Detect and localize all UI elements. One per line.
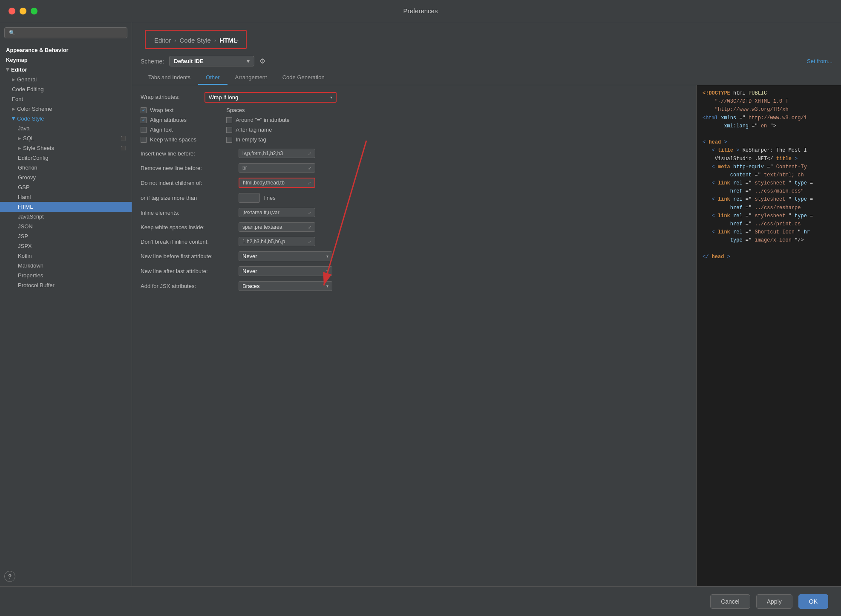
- sidebar-item-color-scheme[interactable]: ▶ Color Scheme: [0, 104, 132, 114]
- tab-arrangement[interactable]: Arrangement: [228, 71, 275, 85]
- stylesheets-icon: ⬛: [121, 146, 126, 150]
- nav-forward[interactable]: →: [231, 36, 242, 45]
- sidebar-item-html[interactable]: HTML: [0, 202, 132, 212]
- scheme-dropdown[interactable]: Default IDE ▾: [169, 56, 254, 66]
- tab-code-generation[interactable]: Code Generation: [275, 71, 332, 85]
- keep-white-spaces-inside-row: Keep white spaces inside: span,pre,texta…: [141, 222, 688, 232]
- checkboxes-spaces-section: ✓ Wrap text ✓ Align attributes Align tex…: [141, 107, 688, 143]
- tab-other[interactable]: Other: [198, 71, 228, 85]
- bottom-bar: Cancel Apply OK: [0, 586, 841, 616]
- code-line-1: <!DOCTYPE html PUBLIC: [703, 89, 835, 98]
- code-line-link1b: href =" ../css/main.css": [703, 187, 835, 196]
- sidebar-item-style-sheets[interactable]: ▶ Style Sheets ⬛: [0, 143, 132, 153]
- align-attributes-checkbox[interactable]: ✓: [141, 117, 147, 123]
- dont-break-expand-icon[interactable]: ⤢: [308, 239, 311, 244]
- first-attr-dd-arrow: ▾: [326, 254, 328, 259]
- dont-break-field[interactable]: 1,h2,h3,h4,h5,h6,p ⤢: [239, 237, 315, 246]
- align-attributes-row: ✓ Align attributes: [141, 117, 196, 123]
- nav-back[interactable]: ←: [219, 36, 230, 45]
- settings-content: Wrap attributes: Wrap if long ▾ ✓: [132, 85, 696, 586]
- sidebar-item-kotlin[interactable]: Kotlin: [0, 251, 132, 261]
- keep-white-spaces-inside-field[interactable]: span,pre,textarea ⤢: [239, 222, 315, 232]
- jsx-attr-dropdown[interactable]: Braces ▾: [239, 281, 332, 291]
- minimize-button[interactable]: [20, 8, 26, 14]
- sidebar-item-protocol-buffer[interactable]: Protocol Buffer: [0, 280, 132, 290]
- wrap-attributes-row: Wrap attributes: Wrap if long ▾: [141, 92, 688, 103]
- around-eq-label: Around "=" in attribute: [236, 117, 290, 123]
- sidebar-item-font[interactable]: Font: [0, 94, 132, 104]
- sidebar-item-editor[interactable]: ▶ Editor: [0, 65, 132, 75]
- sidebar-item-properties[interactable]: Properties: [0, 271, 132, 280]
- sidebar-item-gsp[interactable]: GSP: [0, 182, 132, 192]
- keep-ws-expand-icon[interactable]: ⤢: [308, 225, 311, 230]
- code-line-head: < head >: [703, 138, 835, 147]
- content-area: Editor › Code Style › HTML ← → Scheme: D…: [132, 22, 841, 586]
- scheme-label: Scheme:: [141, 58, 164, 65]
- code-line-2: "-//W3C//DTD XHTML 1.0 T: [703, 98, 835, 106]
- spaces-col: Spaces Around "=" in attribute After tag…: [226, 107, 290, 143]
- scheme-value: Default IDE: [174, 58, 203, 64]
- remove-new-line-row: Remove new line before: br ⤢: [141, 163, 688, 173]
- sidebar-item-jspx[interactable]: JSPX: [0, 241, 132, 251]
- wrap-text-checkbox[interactable]: ✓: [141, 107, 147, 113]
- remove-new-line-field[interactable]: br ⤢: [239, 163, 315, 173]
- sidebar-item-haml[interactable]: Haml: [0, 192, 132, 202]
- jsx-attr-row: Add for JSX attributes: Braces ▾: [141, 281, 688, 291]
- new-line-first-attr-row: New line before first attribute: Never ▾: [141, 251, 688, 261]
- sidebar-item-keymap[interactable]: Keymap: [0, 55, 132, 65]
- sidebar-item-general[interactable]: ▶ General: [0, 75, 132, 84]
- breadcrumb: Editor › Code Style › HTML ← →: [145, 30, 247, 49]
- inline-elements-field[interactable]: ,textarea,tt,u,var ⤢: [239, 208, 315, 217]
- in-empty-tag-label: In empty tag: [236, 136, 266, 143]
- inline-expand-icon[interactable]: ⤢: [308, 210, 311, 215]
- wrap-attributes-label: Wrap attributes:: [141, 92, 200, 100]
- sidebar-item-code-editing[interactable]: Code Editing: [0, 84, 132, 94]
- maximize-button[interactable]: [31, 8, 37, 14]
- remove-expand-icon[interactable]: ⤢: [308, 166, 311, 170]
- keep-white-spaces-checkbox[interactable]: [141, 137, 147, 143]
- code-line-meta: < meta http-equiv =" Content-Ty: [703, 163, 835, 171]
- sidebar-item-markdown[interactable]: Markdown: [0, 261, 132, 271]
- sidebar-item-groovy[interactable]: Groovy: [0, 173, 132, 182]
- sidebar-item-json[interactable]: JSON: [0, 222, 132, 231]
- tag-size-input[interactable]: [239, 193, 260, 203]
- help-button[interactable]: ?: [4, 571, 15, 582]
- in-empty-tag-row: In empty tag: [226, 136, 290, 143]
- apply-button[interactable]: Apply: [756, 594, 792, 609]
- new-line-first-attr-dropdown[interactable]: Never ▾: [239, 251, 332, 261]
- wrap-attributes-dropdown[interactable]: Wrap if long ▾: [204, 92, 337, 103]
- in-empty-tag-checkbox[interactable]: [226, 137, 232, 143]
- sidebar-item-sql[interactable]: ▶ SQL ⬛: [0, 133, 132, 143]
- ok-button[interactable]: OK: [798, 594, 828, 609]
- set-from-link[interactable]: Set from...: [807, 58, 832, 64]
- code-line-title2: VisualStudio .NET</ title >: [703, 155, 835, 163]
- around-eq-checkbox[interactable]: [226, 117, 232, 123]
- code-line-blank2: [703, 245, 835, 253]
- close-button[interactable]: [9, 8, 15, 14]
- insert-expand-icon[interactable]: ⤢: [308, 151, 311, 156]
- sidebar-item-appearance[interactable]: Appearance & Behavior: [0, 45, 132, 55]
- sidebar-item-gherkin[interactable]: Gherkin: [0, 163, 132, 173]
- tab-tabs-and-indents[interactable]: Tabs and Indents: [141, 71, 198, 85]
- code-line-link2b: href =" ../css/resharpe: [703, 204, 835, 212]
- new-line-first-attr-label: New line before first attribute:: [141, 253, 234, 259]
- breadcrumb-nav: ← →: [219, 36, 242, 45]
- search-box[interactable]: 🔍: [4, 27, 127, 38]
- inline-elements-row: Inline elements: ,textarea,tt,u,var ⤢: [141, 208, 688, 217]
- sidebar-item-code-style[interactable]: ▶ Code Style: [0, 114, 132, 124]
- do-not-indent-expand-icon[interactable]: ⤢: [308, 181, 311, 185]
- code-preview-panel: <!DOCTYPE html PUBLIC "-//W3C//DTD XHTML…: [696, 85, 841, 586]
- new-line-last-attr-dropdown[interactable]: Never ▾: [239, 266, 332, 276]
- sidebar-item-javascript[interactable]: JavaScript: [0, 212, 132, 222]
- sidebar-item-java[interactable]: Java: [0, 124, 132, 133]
- remove-new-line-label: Remove new line before:: [141, 165, 234, 171]
- sidebar-item-editorconfig[interactable]: EditorConfig: [0, 153, 132, 163]
- insert-new-line-field[interactable]: iv,p,form,h1,h2,h3 ⤢: [239, 149, 315, 158]
- cancel-button[interactable]: Cancel: [710, 594, 750, 609]
- gear-icon[interactable]: ⚙: [259, 57, 265, 65]
- stylesheets-arrow: ▶: [18, 146, 21, 150]
- after-tag-name-checkbox[interactable]: [226, 127, 232, 133]
- do-not-indent-field[interactable]: html,body,thead,tb ⤢: [239, 178, 315, 188]
- sidebar-item-jsp[interactable]: JSP: [0, 231, 132, 241]
- align-text-checkbox[interactable]: [141, 127, 147, 133]
